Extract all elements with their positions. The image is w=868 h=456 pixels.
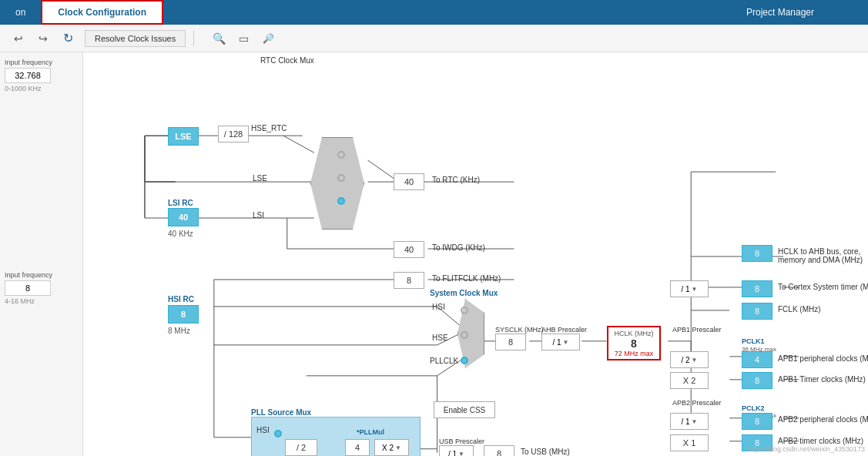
- apb2-timer-label: APB2 timer clocks (MHz): [778, 437, 863, 445]
- redo-button[interactable]: ↪: [32, 28, 54, 49]
- main-content: Input frequency 0-1000 KHz Input frequen…: [0, 52, 868, 456]
- usb-prescaler-dropdown[interactable]: / 1 ▼: [439, 445, 474, 456]
- zoom-fit-button[interactable]: ▭: [233, 28, 254, 49]
- to-rtc-label: To RTC (KHz): [432, 176, 480, 184]
- hclk-max: 72 MHz max: [615, 350, 654, 357]
- flitf-value-box[interactable]: 8: [394, 272, 424, 289]
- cortex-value-box[interactable]: 8: [742, 280, 772, 297]
- input-freq-2-field[interactable]: [5, 280, 51, 296]
- sys-pllclk-label: PLLCLK: [430, 357, 458, 365]
- lse-block[interactable]: LSE: [168, 127, 199, 146]
- pll-hsi-label: HSI: [256, 426, 270, 434]
- apb2-x1-box: X 1: [670, 434, 709, 451]
- hse-rtc-label: HSE_RTC: [251, 124, 287, 132]
- apb1-timer-value-box[interactable]: 8: [742, 372, 772, 389]
- hclk-ahb-label: HCLK to AHB bus, core,: [778, 247, 860, 256]
- rtc-radio-lsi[interactable]: [337, 197, 345, 205]
- sysclk-label: SYSCLK (MHz): [495, 326, 544, 334]
- nav-item-on[interactable]: on: [0, 0, 41, 25]
- sys-hse-label: HSE: [432, 334, 448, 342]
- input-freq-2-label: Input frequency: [5, 271, 78, 279]
- input-freq-1-group: Input frequency 0-1000 KHz: [5, 59, 78, 92]
- rtc-mux-shape: [310, 137, 364, 230]
- pll-div2-box[interactable]: / 2: [285, 439, 317, 456]
- iwdg-value-box[interactable]: 40: [394, 241, 424, 258]
- fclk-value-box[interactable]: 8: [742, 303, 772, 320]
- apb2-value-box[interactable]: 8: [742, 413, 772, 430]
- hsi-mhz-label: 8 MHz: [168, 327, 190, 335]
- pllmul-x2-dropdown[interactable]: X 2 ▼: [374, 439, 409, 456]
- watermark: https://blog.csdn.net/weixin_43530173: [747, 445, 865, 453]
- input-freq-2-group: Input frequency 4-16 MHz: [5, 271, 78, 305]
- rtc-value-box[interactable]: 40: [394, 173, 424, 190]
- usb-prescaler-label: USB Prescaler: [439, 438, 484, 445]
- pclk1-label: PCLK1: [742, 337, 765, 345]
- pclk2-label: PCLK2: [742, 404, 765, 412]
- cortex-div1-dropdown[interactable]: / 1 ▼: [670, 280, 709, 297]
- sys-radio-pllclk[interactable]: [461, 357, 468, 364]
- rtc-radio-hse[interactable]: [337, 151, 345, 159]
- ahb-value-box[interactable]: 8: [742, 245, 772, 262]
- input-freq-1-field[interactable]: [5, 68, 51, 83]
- zoom-controls: 🔍 ▭ 🔎: [208, 28, 279, 49]
- hclk-value: 8: [631, 337, 637, 350]
- left-panel: Input frequency 0-1000 KHz Input frequen…: [0, 52, 83, 456]
- lsi-rc-label: LSI RC: [168, 199, 193, 207]
- lsi-khz-label: 40 KHz: [168, 230, 193, 238]
- div128-box[interactable]: / 128: [218, 126, 249, 142]
- pllmul-label: *PLLMul: [357, 428, 384, 436]
- input-freq-1-range: 0-1000 KHz: [5, 85, 78, 92]
- sys-radio-hsi[interactable]: [461, 307, 468, 314]
- apb2-prescaler-label: APB2 Prescaler: [672, 399, 722, 407]
- resolve-clock-issues-button[interactable]: Resolve Clock Issues: [85, 30, 186, 47]
- zoom-in-button[interactable]: 🔍: [208, 28, 230, 49]
- to-usb-label: To USB (MHz): [521, 448, 570, 456]
- enable-css-button[interactable]: Enable CSS: [434, 401, 495, 418]
- rtc-radio-lse[interactable]: [337, 174, 345, 182]
- cortex-timer-label: To Cortex System timer (MHz): [778, 283, 868, 291]
- hclk-box: HCLK (MHz) 8 72 MHz max: [607, 326, 661, 360]
- lse-mux-label: LSE: [253, 174, 267, 183]
- hsi-value-block[interactable]: 8: [168, 305, 199, 324]
- undo-button[interactable]: ↩: [8, 28, 29, 49]
- to-flitf-label: To FLITFCLK (MHz): [432, 274, 501, 283]
- apb1-prescaler-dropdown[interactable]: / 2 ▼: [670, 351, 709, 368]
- rtc-mux-label: RTC Clock Mux: [260, 56, 314, 65]
- nav-item-clock-config[interactable]: Clock Configuration: [41, 0, 163, 25]
- apb1-value-box[interactable]: 4: [742, 351, 772, 368]
- pll-radio-hsi[interactable]: [274, 430, 282, 438]
- apb1-timer-label: APB1 Timer clocks (MHz): [778, 375, 866, 384]
- sys-mux-label: System Clock Mux: [430, 289, 498, 297]
- top-navigation: on Clock Configuration Project Manager: [0, 0, 868, 25]
- svg-line-7: [283, 136, 314, 153]
- toolbar-separator: [193, 31, 194, 46]
- input-freq-1-label: Input frequency: [5, 59, 78, 66]
- apb2-periph-label: APB2 peripheral clocks (MHz): [778, 415, 868, 424]
- nav-item-project-manager[interactable]: Project Manager: [731, 0, 829, 25]
- clock-diagram: RTC Clock Mux HSE_RTC / 128 LSE LSI 40 T…: [83, 52, 868, 456]
- hclk-label: HCLK (MHz): [615, 330, 654, 337]
- apb2-prescaler-dropdown[interactable]: / 1 ▼: [670, 413, 709, 430]
- sys-radio-hse[interactable]: [461, 331, 468, 339]
- toolbar: ↩ ↪ ↻ Resolve Clock Issues 🔍 ▭ 🔎: [0, 25, 868, 52]
- usb-value-box[interactable]: 8: [484, 445, 514, 456]
- sysclk-value-box[interactable]: 8: [495, 334, 526, 350]
- pllmul-value-box[interactable]: 4: [345, 439, 370, 456]
- hclk-ahb2-label: memory and DMA (MHz): [778, 256, 863, 264]
- lsi-mux-label: LSI: [253, 211, 264, 220]
- zoom-out-button[interactable]: 🔎: [257, 28, 279, 49]
- refresh-button[interactable]: ↻: [57, 28, 79, 49]
- input-freq-2-range: 4-16 MHz: [5, 297, 78, 305]
- fclk-label: FCLK (MHz): [778, 305, 821, 314]
- apb1-periph-label: APB1 peripheral clocks (MHz): [778, 354, 868, 363]
- pll-mux-label: PLL Source Mux: [251, 408, 311, 417]
- apb1-x2-box: X 2: [670, 372, 709, 389]
- hsi-rc-label: HSI RC: [168, 295, 194, 303]
- ahb-prescaler-dropdown[interactable]: / 1 ▼: [541, 334, 580, 350]
- ahb-prescaler-label: AHB Prescaler: [541, 326, 587, 334]
- lsi-value-block[interactable]: 40: [168, 208, 199, 226]
- to-iwdg-label: To IWDG (KHz): [432, 243, 485, 252]
- apb1-prescaler-label: APB1 Prescaler: [672, 326, 722, 334]
- sys-hsi-label: HSI: [432, 303, 445, 311]
